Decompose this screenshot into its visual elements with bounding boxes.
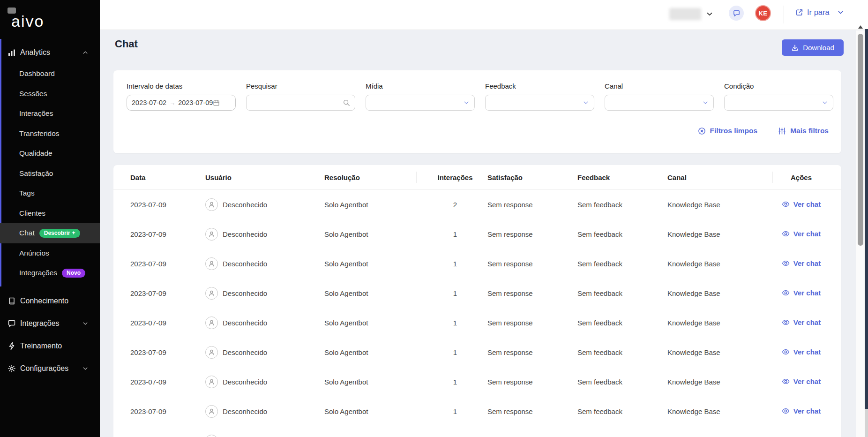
sidebar-item-conhecimento[interactable]: Conhecimento: [0, 290, 100, 312]
cell-resolucao: Solo Agentbot: [324, 230, 423, 238]
column-header-usuario: Usuário: [205, 173, 324, 181]
cell-feedback: Sem feedback: [577, 201, 667, 209]
filter-field-label: Condição: [724, 82, 833, 90]
user-avatar-icon: [205, 228, 218, 241]
filter-field-label: Feedback: [485, 82, 594, 90]
cell-feedback: Sem feedback: [577, 319, 667, 327]
column-header-canal: Canal: [667, 173, 779, 181]
user-avatar-icon: [205, 376, 218, 388]
account-name-blurred[interactable]: [669, 8, 701, 20]
clear-filters-label: Filtros limpos: [710, 127, 758, 135]
topbar-divider: [784, 6, 784, 23]
chevron-down-icon: [463, 99, 470, 106]
cell-feedback: Sem feedback: [577, 378, 667, 386]
cell-acoes: Ver chat: [779, 318, 823, 328]
feedback-select[interactable]: [485, 95, 594, 111]
user-name: Desconhecido: [223, 289, 267, 297]
cell-data: 2023-07-09: [130, 289, 205, 297]
ver-chat-link[interactable]: Ver chat: [779, 377, 823, 385]
table-row: 2023-07-09DesconhecidoSolo Agentbot2Sem …: [113, 190, 841, 219]
aivo-logo: aivo: [11, 12, 44, 30]
scrollbar-up-arrow[interactable]: [858, 25, 863, 29]
sidebar-item-integracoes[interactable]: Integrações: [0, 312, 100, 335]
account-chevron-down-icon[interactable]: [706, 10, 713, 18]
ver-chat-label: Ver chat: [793, 259, 821, 267]
chat-bubble-icon: [7, 319, 16, 328]
cell-acoes: Ver chat: [779, 348, 823, 357]
sidebar-gap: [0, 283, 100, 290]
filter-fields: Intervalo de datas2023-07-02→2023-07-09P…: [113, 70, 841, 111]
user-name: Desconhecido: [223, 230, 267, 238]
chat-bubble-button[interactable]: [729, 6, 744, 21]
sidebar-item-tags[interactable]: Tags: [0, 183, 100, 203]
cell-feedback: Sem feedback: [577, 230, 667, 238]
cell-canal: Knowledge Base: [667, 319, 779, 327]
ver-chat-link[interactable]: Ver chat: [779, 348, 823, 356]
sidebar-item-label: Sessões: [19, 90, 47, 98]
cell-canal: Knowledge Base: [667, 289, 779, 297]
user-name: Desconhecido: [223, 407, 267, 415]
sidebar-item-satisfacao[interactable]: Satisfação: [0, 164, 100, 184]
chevron-down-icon: [583, 99, 589, 106]
cell-satisfacao: Sem response: [487, 319, 577, 327]
sidebar-item-qualidade[interactable]: Qualidade: [0, 143, 100, 164]
sidebar-item-chat[interactable]: ChatDescobrir✦: [0, 223, 100, 243]
user-avatar[interactable]: KE: [755, 5, 771, 21]
condicao-select[interactable]: [724, 95, 833, 111]
filter-field-label: Pesquisar: [246, 82, 355, 90]
sidebar-item-anuncios[interactable]: Anúncios: [0, 243, 100, 264]
sidebar-item-label: Analytics: [20, 48, 50, 57]
cell-acoes: Ver chat: [779, 259, 823, 269]
arrow-right-icon: →: [169, 99, 175, 106]
go-to-menu[interactable]: Ir para: [795, 8, 844, 17]
ver-chat-label: Ver chat: [793, 407, 821, 415]
clear-filters-button[interactable]: Filtros limpos: [698, 127, 758, 135]
ver-chat-label: Ver chat: [793, 348, 821, 356]
lightning-icon: [7, 341, 16, 351]
sidebar-item-configuracoes[interactable]: Configurações: [0, 357, 100, 380]
sidebar-item-integracoes[interactable]: IntegraçõesNovo: [0, 263, 100, 283]
go-to-chevron-down-icon: [837, 9, 844, 16]
filter-field-condicao: Condição: [724, 82, 833, 111]
cell-satisfacao: Sem response: [487, 407, 577, 415]
more-filters-button[interactable]: Mais filtros: [778, 127, 829, 135]
ver-chat-link[interactable]: Ver chat: [779, 407, 823, 415]
download-button[interactable]: Download: [782, 39, 844, 56]
filter-field-label: Mídia: [366, 82, 475, 90]
sidebar-item-clientes[interactable]: Clientes: [0, 203, 100, 224]
ver-chat-link[interactable]: Ver chat: [779, 259, 823, 267]
sidebar-item-transferidos[interactable]: Transferidos: [0, 124, 100, 144]
sidebar: aivo AnalyticsDashboardSessõesInterações…: [0, 0, 100, 437]
table-body: 2023-07-09DesconhecidoSolo Agentbot2Sem …: [113, 190, 841, 437]
table-row: 2023-07-09DesconhecidoSolo Agentbot1Sem …: [113, 308, 841, 338]
cell-interacoes: 1: [423, 319, 487, 327]
column-header-interacoes: Interações: [423, 173, 487, 181]
ver-chat-link[interactable]: Ver chat: [779, 200, 823, 208]
sidebar-item-sessoes[interactable]: Sessões: [0, 84, 100, 104]
midia-select[interactable]: [366, 95, 475, 111]
sidebar-item-label: Integrações: [19, 269, 57, 277]
ver-chat-link[interactable]: Ver chat: [779, 318, 823, 326]
sidebar-item-label: Chat: [19, 229, 35, 237]
scrollbar-thumb[interactable]: [858, 34, 863, 246]
sidebar-item-label: Integrações: [20, 319, 60, 328]
cell-canal: Knowledge Base: [667, 378, 779, 386]
sidebar-item-dashboard[interactable]: Dashboard: [0, 64, 100, 84]
sidebar-item-interacoes[interactable]: Interações: [0, 104, 100, 124]
cell-usuario: Desconhecido: [205, 346, 324, 359]
cell-interacoes: 1: [423, 378, 487, 386]
cell-acoes: Ver chat: [779, 407, 823, 416]
canal-select[interactable]: [605, 95, 714, 111]
ver-chat-link[interactable]: Ver chat: [779, 289, 823, 297]
cell-data: 2023-07-09: [130, 378, 205, 386]
sidebar-item-treinamento[interactable]: Treinamento: [0, 335, 100, 357]
search-input[interactable]: [251, 95, 343, 110]
sidebar-item-label: Clientes: [19, 209, 45, 218]
date-range-input[interactable]: 2023-07-02→2023-07-09: [127, 95, 236, 111]
ver-chat-link[interactable]: Ver chat: [779, 230, 823, 238]
filter-field-midia: Mídia: [366, 82, 475, 111]
cell-acoes: Ver chat: [779, 230, 823, 239]
sidebar-item-label: Tags: [19, 189, 35, 197]
filter-field-intervalo-de-datas: Intervalo de datas2023-07-02→2023-07-09: [127, 82, 236, 111]
sidebar-item-analytics[interactable]: Analytics: [0, 41, 100, 64]
